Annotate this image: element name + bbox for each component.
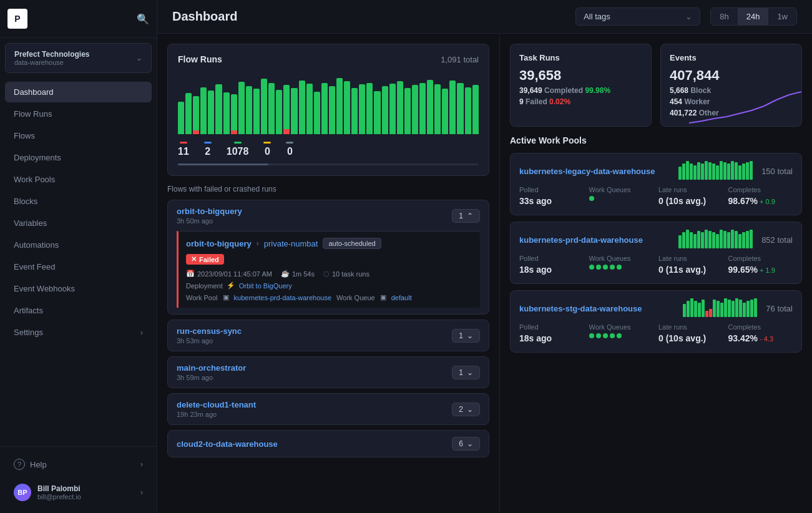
- flow-item-orbit: orbit-to-bigquery 3h 50m ago 1 ⌃ orbit-t…: [167, 200, 489, 315]
- sidebar-item-event-feed[interactable]: Event Feed: [5, 256, 152, 277]
- events-worker-count: 454: [670, 97, 682, 106]
- task-runs-failed-row: 9 Failed 0.02%: [519, 97, 642, 106]
- chart-bar: [449, 81, 456, 134]
- wp-bar: [682, 164, 685, 180]
- wp-bar: [702, 300, 705, 317]
- workpool-icon: ▣: [223, 293, 229, 301]
- wp-total-legacy: 150 total: [761, 167, 793, 176]
- time-btn-1w[interactable]: 1w: [768, 8, 796, 25]
- flow-badge-cloud2[interactable]: 6 ⌄: [452, 437, 480, 451]
- flow-header-delete[interactable]: delete-cloud1-tenant 19h 23m ago 2 ⌄: [168, 394, 489, 424]
- flow-header-orchestrator[interactable]: main-orchestrator 3h 59m ago 1 ⌄: [168, 357, 489, 388]
- sidebar-item-work-pools[interactable]: Work Pools: [5, 169, 152, 190]
- sidebar-item-settings[interactable]: Settings›: [5, 322, 152, 343]
- wp-bar: [690, 164, 693, 180]
- chart-bar: [427, 80, 433, 134]
- sidebar-item-event-webhooks[interactable]: Event Webhooks: [5, 278, 152, 299]
- wp-bars-prd: [678, 231, 753, 248]
- wp-bar: [750, 161, 753, 180]
- time-btn-8h[interactable]: 8h: [711, 8, 737, 25]
- flow-badge-delete[interactable]: 2 ⌄: [452, 403, 480, 416]
- sidebar-item-deployments[interactable]: Deployments: [5, 147, 152, 168]
- wp-bar: [708, 231, 712, 248]
- task-runs-completed-row: 39,649 Completed 99.98%: [519, 86, 642, 95]
- wp-bar: [731, 301, 735, 317]
- wp-bar: [678, 167, 682, 180]
- queue-dot: [596, 265, 601, 270]
- wp-bar: [682, 232, 685, 248]
- completes-chg-prd: + 1.9: [760, 266, 775, 274]
- nav-item-label: Flow Runs: [14, 109, 52, 119]
- chevron-down-icon: ⌄: [467, 439, 473, 448]
- flow-badge-census[interactable]: 1 ⌄: [452, 329, 480, 343]
- flow-header-cloud2[interactable]: cloud2-to-data-warehouse 6 ⌄: [168, 431, 489, 457]
- wp-total-prd: 852 total: [761, 235, 793, 245]
- queue-dot: [589, 265, 594, 270]
- wp-name-stg[interactable]: kubernetes-stg-data-warehouse: [519, 304, 642, 313]
- wp-bar: [705, 311, 708, 318]
- sidebar-item-blocks[interactable]: Blocks: [5, 191, 152, 212]
- search-button[interactable]: 🔍: [137, 13, 149, 25]
- workpool-link[interactable]: kubernetes-prd-data-warehouse: [234, 294, 332, 301]
- flow-header-census[interactable]: run-census-sync 3h 53m ago 1 ⌄: [168, 320, 489, 351]
- run-pools: Work Pool ▣ kubernetes-prd-data-warehous…: [186, 293, 472, 301]
- flow-badge-orbit[interactable]: 1 ⌃: [452, 209, 480, 223]
- polled-val-prd: 18s ago: [519, 265, 584, 275]
- badge-count-census: 1: [459, 331, 463, 340]
- chart-bar: [351, 88, 358, 134]
- chevron-down-icon: ⌄: [685, 12, 692, 21]
- chart-bar: [374, 91, 380, 134]
- wp-bars-stg: [683, 300, 757, 317]
- sidebar-item-variables[interactable]: Variables: [5, 213, 152, 233]
- scheduled-count: 0: [265, 146, 270, 157]
- wp-bar: [705, 230, 708, 248]
- failed-label: Failed: [526, 97, 547, 106]
- run-date-value: 2023/09/01 11:45:07 AM: [197, 270, 272, 278]
- queues-dots-stg: [589, 333, 654, 338]
- wp-bar: [713, 300, 716, 317]
- workqueue-link[interactable]: default: [391, 294, 412, 301]
- wp-name-prd[interactable]: kubernetes-prd-data-warehouse: [519, 235, 643, 245]
- nav-item-label: Dashboard: [14, 87, 54, 97]
- sidebar-item-artifacts[interactable]: Artifacts: [5, 300, 152, 321]
- wp-bars-legacy: [678, 162, 753, 180]
- wp-bar: [690, 232, 693, 248]
- task-runs-title: Task Runs: [519, 53, 642, 62]
- org-name: Prefect Technologies: [14, 50, 89, 59]
- flow-item-cloud2: cloud2-to-data-warehouse 6 ⌄: [167, 430, 489, 457]
- badge-count-delete: 2: [459, 405, 463, 414]
- wp-bar: [720, 161, 723, 180]
- sidebar-item-dashboard[interactable]: Dashboard: [5, 82, 152, 102]
- flow-runs-chart: [178, 72, 479, 134]
- late-val-stg: 0 (10s avg.): [658, 333, 723, 343]
- polled-val-stg: 18s ago: [519, 333, 584, 343]
- queue-dot: [603, 265, 608, 270]
- queues-label: Work Queues: [589, 255, 654, 262]
- user-profile[interactable]: BP Bill Palombi bill@prefect.io ›: [5, 478, 152, 507]
- sidebar-item-flows[interactable]: Flows: [5, 125, 152, 146]
- chart-bar: [276, 90, 282, 134]
- tasks-icon: ◌: [323, 270, 330, 278]
- chart-bar: [389, 84, 396, 134]
- events-card: Events 407,844 5,668 Block 454 Worker 40…: [660, 44, 802, 127]
- chart-bar: [472, 85, 479, 134]
- badge-count-orbit: 1: [459, 212, 463, 220]
- completes-chg-stg: - 4.3: [760, 335, 773, 343]
- run-flow-name[interactable]: orbit-to-bigquery: [186, 239, 252, 248]
- time-btn-24h[interactable]: 24h: [738, 8, 769, 25]
- task-runs-card: Task Runs 39,658 39,649 Completed 99.98%…: [510, 44, 652, 127]
- auto-scheduled-badge: auto-scheduled: [323, 238, 381, 249]
- run-header: orbit-to-bigquery › private-numbat auto-…: [186, 238, 472, 249]
- wp-name-legacy[interactable]: kubernetes-legacy-data-warehouse: [519, 167, 655, 176]
- sidebar-item-automations[interactable]: Automations: [5, 235, 152, 255]
- flow-header-orbit[interactable]: orbit-to-bigquery 3h 50m ago 1 ⌃: [168, 200, 489, 231]
- chart-bar: [382, 86, 388, 134]
- flow-badge-orchestrator[interactable]: 1 ⌄: [452, 366, 480, 379]
- tag-selector[interactable]: All tags ⌄: [575, 7, 700, 26]
- deployment-link[interactable]: Orbit to BigQuery: [239, 282, 292, 290]
- help-item[interactable]: ? Help ›: [5, 453, 152, 476]
- chart-bar: [231, 94, 237, 134]
- org-selector[interactable]: Prefect Technologies data-warehouse ⌄: [5, 43, 152, 73]
- run-sub-name[interactable]: private-numbat: [264, 239, 318, 248]
- sidebar-item-flow-runs[interactable]: Flow Runs: [5, 104, 152, 124]
